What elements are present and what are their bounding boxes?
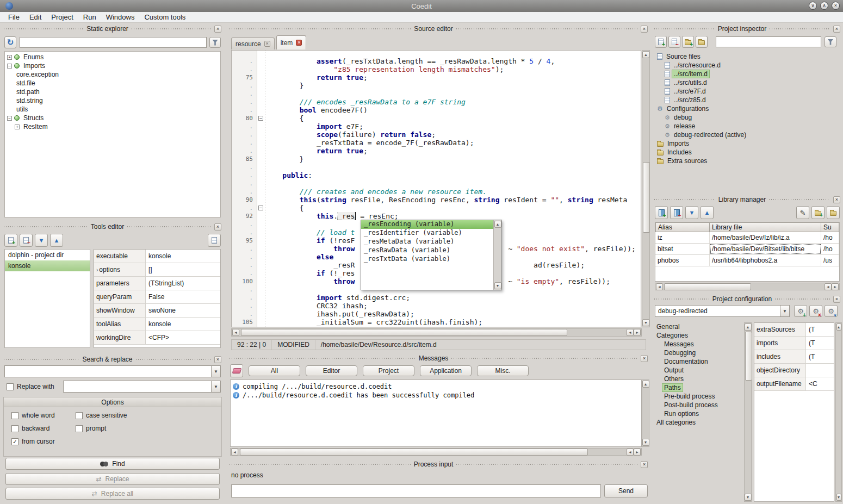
scroll-left-icon[interactable]: ◄ <box>627 449 634 456</box>
remove-configuration-button[interactable] <box>809 305 822 317</box>
column-su[interactable]: Su <box>821 222 839 232</box>
completion-scrollbar[interactable]: ▲ ▼ <box>493 220 501 290</box>
code-line[interactable]: 75 return true; <box>232 73 641 82</box>
scroll-up-icon[interactable]: ▲ <box>836 323 841 331</box>
scroll-down-icon[interactable]: ▼ <box>836 494 841 501</box>
remove-source-button[interactable] <box>668 36 680 48</box>
explorer-std-file[interactable]: std.file <box>5 79 220 88</box>
config-category-debugging[interactable]: Debugging <box>653 349 743 357</box>
inspector-imports[interactable]: Imports <box>655 139 840 148</box>
config-category-pre-build-process[interactable]: Pre-build process <box>653 392 743 401</box>
explorer-utils[interactable]: utils <box>5 105 220 114</box>
config-prop-objectdirectory[interactable]: objectDirectory <box>754 364 834 377</box>
config-category-post-build-process[interactable]: Post-build process <box>653 401 743 409</box>
scroll-left-icon[interactable]: ◄ <box>825 283 832 290</box>
open-library-folder-button[interactable] <box>827 206 840 219</box>
expand-icon[interactable]: + <box>15 125 20 129</box>
menu-edit[interactable]: Edit <box>24 13 46 22</box>
clone-configuration-button[interactable] <box>825 305 838 317</box>
menu-file[interactable]: File <box>3 13 24 22</box>
scrollbar-thumb[interactable] <box>240 449 588 456</box>
grid-scrollbar[interactable]: ▲ ▼ <box>835 322 842 502</box>
refresh-button[interactable] <box>4 36 16 48</box>
property-value[interactable]: <CFP> <box>146 331 220 344</box>
code-line[interactable]: .− { <box>232 204 641 212</box>
messages-vertical-scrollbar[interactable]: ▲ ▼ <box>642 379 649 447</box>
tool-prop-queryparam[interactable]: queryParamFalse <box>94 290 220 304</box>
config-prop-outputfilename[interactable]: outputFilename<C <box>754 377 834 391</box>
config-prop-includes[interactable]: includes(T <box>754 350 834 364</box>
column-library-file[interactable]: Library file <box>710 222 821 232</box>
config-category-messages[interactable]: Messages <box>653 340 743 349</box>
code-line[interactable]: . "z85 representation length mismatches"… <box>232 65 641 73</box>
panel-close-icon[interactable]: × <box>641 355 648 362</box>
tool-dolphin-project-dir[interactable]: dolphin - project dir <box>5 250 90 260</box>
add-folder-tree-button[interactable] <box>696 36 708 48</box>
add-source-button[interactable] <box>655 36 667 48</box>
explorer-std-path[interactable]: std.path <box>5 88 220 96</box>
clear-messages-button[interactable] <box>230 364 243 377</box>
code-line[interactable]: . CRC32 ihash; <box>232 302 641 310</box>
explorer-std-string[interactable]: std.string <box>5 96 220 105</box>
checkbox-case-sensitive[interactable]: case sensitive <box>76 412 127 419</box>
message-row[interactable]: i/.../build/resource.d.coedit has been s… <box>231 391 641 400</box>
checkbox-from-cursor[interactable]: ✓from cursor <box>11 438 55 445</box>
close-icon[interactable]: × <box>832 2 840 10</box>
replace-button[interactable]: Replace <box>5 473 220 485</box>
panel-close-icon[interactable]: × <box>214 26 221 33</box>
explorer-resitem[interactable]: +ResItem <box>5 122 220 131</box>
panel-close-icon[interactable]: × <box>641 461 648 468</box>
code-line[interactable]: 92 this._res = resEnc; <box>232 212 641 220</box>
panel-close-icon[interactable]: × <box>833 296 840 303</box>
config-category-general[interactable]: General <box>653 322 743 331</box>
tab-resource[interactable]: resource× <box>231 38 275 49</box>
scrollbar-thumb[interactable] <box>643 162 650 233</box>
clone-tool-button[interactable] <box>208 234 221 247</box>
tab-close-icon[interactable]: × <box>264 41 270 47</box>
filter-all-button[interactable]: All <box>249 365 300 376</box>
checkbox-backward[interactable]: backward <box>11 425 49 432</box>
property-value[interactable]: (T <box>806 337 834 350</box>
config-category-others[interactable]: Others <box>653 375 743 383</box>
filter-application-button[interactable]: Application <box>420 365 472 376</box>
chevron-down-icon[interactable]: ▼ <box>211 366 220 377</box>
messages-horizontal-scrollbar[interactable]: ◄ ◄ ► <box>230 448 642 456</box>
scroll-left-icon[interactable]: ◄ <box>656 283 663 290</box>
tab-item[interactable]: item× <box>276 35 307 49</box>
explorer-structs[interactable]: −Structs <box>5 114 220 122</box>
add-library-button[interactable] <box>655 206 668 219</box>
config-category-output[interactable]: Output <box>653 366 743 375</box>
inspector-source-files[interactable]: Source files <box>655 52 840 61</box>
fold-collapse-icon[interactable]: − <box>258 116 263 121</box>
completion-item[interactable]: _resMetaData (variable) <box>361 238 493 246</box>
checkbox-prompt[interactable]: prompt <box>76 425 106 432</box>
code-line[interactable]: . } <box>232 82 641 90</box>
scroll-up-icon[interactable]: ▲ <box>745 323 752 331</box>
code-line[interactable]: . _resTxtData = encode_7F(_resRawData); <box>232 139 641 147</box>
code-line[interactable]: . scope(failure) return false; <box>232 130 641 139</box>
scroll-right-icon[interactable]: ► <box>634 329 641 336</box>
inspector-src-resource-d[interactable]: ../src/resource.d <box>655 61 840 70</box>
tab-close-icon[interactable]: × <box>296 40 302 46</box>
scroll-left-icon[interactable]: ◄ <box>231 449 238 456</box>
process-input-field[interactable] <box>231 484 601 497</box>
code-line[interactable]: . <box>232 179 641 188</box>
code-line[interactable]: . assert(_resTxtData.length == _resRawDa… <box>232 57 641 65</box>
inspector-src-item-d[interactable]: ../src/item.d <box>655 70 840 78</box>
open-library-file-button[interactable] <box>811 206 825 219</box>
library-horizontal-scrollbar[interactable]: ◄ ◄ ► <box>655 283 840 290</box>
config-prop-imports[interactable]: imports(T <box>754 337 834 350</box>
property-value[interactable]: konsole <box>146 318 220 331</box>
tool-prop-parameters[interactable]: parameters(TStringList) <box>94 277 220 290</box>
scroll-up-icon[interactable]: ▲ <box>642 51 649 58</box>
menu-windows[interactable]: Windows <box>101 13 140 22</box>
category-scrollbar[interactable]: ▲ ▼ <box>744 322 752 502</box>
collapse-icon[interactable]: − <box>7 116 12 121</box>
edit-library-button[interactable] <box>796 206 809 219</box>
inspector-includes[interactable]: Includes <box>655 148 840 157</box>
library-row-iz[interactable]: iz/home/basile/Dev/Iz/lib/iz.a/ho <box>655 232 839 244</box>
panel-close-icon[interactable]: × <box>833 26 840 33</box>
config-category-all-categories[interactable]: All categories <box>653 418 743 427</box>
code-line[interactable]: . <box>232 163 641 171</box>
filter-misc-button[interactable]: Misc. <box>477 365 529 376</box>
